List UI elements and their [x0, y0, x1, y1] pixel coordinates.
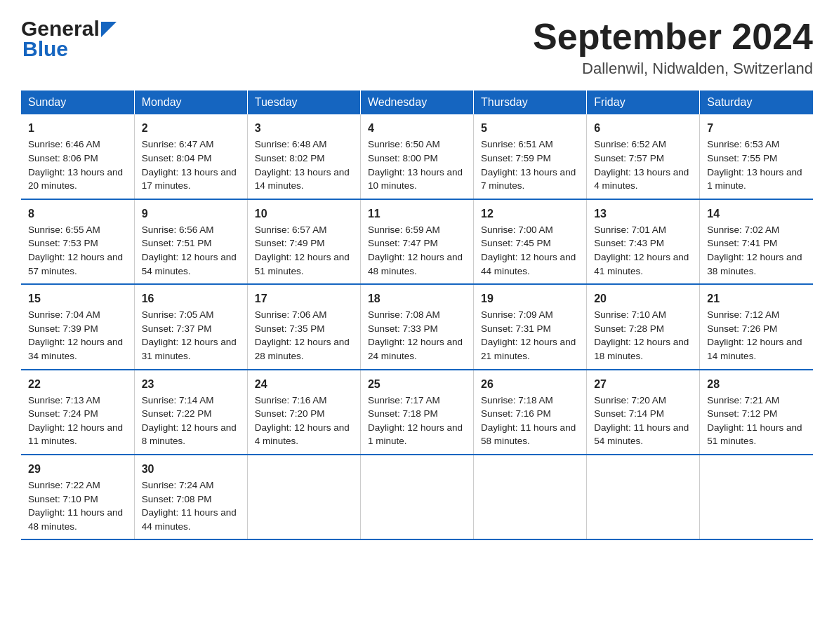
daylight-text: Daylight: 12 hours and 24 minutes.	[368, 337, 463, 361]
day-number: 4	[368, 120, 466, 136]
calendar-cell	[700, 455, 813, 539]
daylight-text: Daylight: 13 hours and 4 minutes.	[594, 167, 689, 192]
day-number: 15	[28, 290, 127, 307]
calendar-title: September 2024	[533, 17, 813, 57]
calendar-cell: 23Sunrise: 7:14 AMSunset: 7:22 PMDayligh…	[134, 370, 247, 455]
day-number: 7	[707, 120, 806, 136]
daylight-text: Daylight: 12 hours and 41 minutes.	[594, 252, 689, 276]
calendar-cell: 9Sunrise: 6:56 AMSunset: 7:51 PMDaylight…	[134, 199, 247, 284]
sunset-text: Sunset: 7:55 PM	[707, 153, 777, 163]
sunrise-text: Sunrise: 7:24 AM	[142, 480, 214, 490]
sunrise-text: Sunrise: 7:14 AM	[142, 395, 214, 405]
sunrise-text: Sunrise: 6:52 AM	[594, 139, 666, 149]
sunrise-text: Sunrise: 7:05 AM	[142, 309, 214, 320]
week-row-4: 22Sunrise: 7:13 AMSunset: 7:24 PMDayligh…	[21, 370, 813, 455]
sunset-text: Sunset: 7:24 PM	[28, 408, 98, 419]
calendar-cell: 1Sunrise: 6:46 AMSunset: 8:06 PMDaylight…	[21, 114, 134, 199]
daylight-text: Daylight: 12 hours and 14 minutes.	[707, 337, 802, 361]
daylight-text: Daylight: 11 hours and 51 minutes.	[707, 422, 802, 447]
weekday-row: Sunday Monday Tuesday Wednesday Thursday…	[21, 90, 813, 114]
day-number: 28	[707, 376, 806, 392]
calendar-subtitle: Dallenwil, Nidwalden, Switzerland	[533, 60, 813, 78]
calendar-table: Sunday Monday Tuesday Wednesday Thursday…	[21, 90, 813, 540]
calendar-cell: 10Sunrise: 6:57 AMSunset: 7:49 PMDayligh…	[247, 199, 360, 284]
daylight-text: Daylight: 12 hours and 1 minute.	[368, 422, 463, 447]
daylight-text: Daylight: 12 hours and 38 minutes.	[707, 252, 802, 276]
calendar-cell: 2Sunrise: 6:47 AMSunset: 8:04 PMDaylight…	[134, 114, 247, 199]
calendar-cell: 3Sunrise: 6:48 AMSunset: 8:02 PMDaylight…	[247, 114, 360, 199]
calendar-cell: 15Sunrise: 7:04 AMSunset: 7:39 PMDayligh…	[21, 284, 134, 369]
sunrise-text: Sunrise: 7:20 AM	[594, 395, 666, 405]
daylight-text: Daylight: 13 hours and 1 minute.	[707, 167, 802, 192]
daylight-text: Daylight: 12 hours and 21 minutes.	[481, 337, 576, 361]
daylight-text: Daylight: 12 hours and 11 minutes.	[28, 422, 123, 447]
day-number: 13	[594, 206, 692, 222]
calendar-cell	[360, 455, 473, 539]
sunset-text: Sunset: 7:14 PM	[594, 408, 664, 419]
sunset-text: Sunset: 7:33 PM	[368, 323, 438, 334]
calendar-cell: 6Sunrise: 6:52 AMSunset: 7:57 PMDaylight…	[587, 114, 700, 199]
calendar-page: General Blue September 2024 Dallenwil, N…	[0, 0, 834, 561]
sunrise-text: Sunrise: 7:04 AM	[28, 309, 100, 320]
sunrise-text: Sunrise: 6:47 AM	[142, 139, 214, 149]
day-number: 22	[28, 376, 127, 392]
calendar-cell	[247, 455, 360, 539]
sunset-text: Sunset: 7:18 PM	[368, 408, 438, 419]
calendar-cell: 27Sunrise: 7:20 AMSunset: 7:14 PMDayligh…	[587, 370, 700, 455]
sunset-text: Sunset: 8:04 PM	[142, 153, 212, 163]
day-number: 23	[142, 376, 240, 392]
sunrise-text: Sunrise: 7:02 AM	[707, 224, 779, 235]
daylight-text: Daylight: 12 hours and 54 minutes.	[142, 252, 237, 276]
day-number: 27	[594, 376, 692, 392]
sunset-text: Sunset: 7:20 PM	[255, 408, 325, 419]
day-number: 25	[368, 376, 466, 392]
daylight-text: Daylight: 11 hours and 58 minutes.	[481, 422, 576, 447]
day-number: 24	[255, 376, 353, 392]
sunset-text: Sunset: 7:51 PM	[142, 238, 212, 248]
calendar-cell: 28Sunrise: 7:21 AMSunset: 7:12 PMDayligh…	[700, 370, 813, 455]
sunrise-text: Sunrise: 6:46 AM	[28, 139, 100, 149]
sunset-text: Sunset: 8:02 PM	[255, 153, 325, 163]
week-row-3: 15Sunrise: 7:04 AMSunset: 7:39 PMDayligh…	[21, 284, 813, 369]
sunset-text: Sunset: 7:35 PM	[255, 323, 325, 334]
calendar-cell: 14Sunrise: 7:02 AMSunset: 7:41 PMDayligh…	[700, 199, 813, 284]
sunset-text: Sunset: 7:59 PM	[481, 153, 551, 163]
sunset-text: Sunset: 7:41 PM	[707, 238, 777, 248]
col-tuesday: Tuesday	[247, 90, 360, 114]
calendar-cell: 25Sunrise: 7:17 AMSunset: 7:18 PMDayligh…	[360, 370, 473, 455]
col-wednesday: Wednesday	[360, 90, 473, 114]
sunset-text: Sunset: 7:08 PM	[142, 494, 212, 504]
sunset-text: Sunset: 7:37 PM	[142, 323, 212, 334]
col-sunday: Sunday	[21, 90, 134, 114]
logo: General Blue	[21, 17, 117, 60]
sunrise-text: Sunrise: 7:12 AM	[707, 309, 779, 320]
calendar-header: Sunday Monday Tuesday Wednesday Thursday…	[21, 90, 813, 114]
calendar-cell: 19Sunrise: 7:09 AMSunset: 7:31 PMDayligh…	[474, 284, 587, 369]
day-number: 19	[481, 290, 579, 307]
calendar-cell: 13Sunrise: 7:01 AMSunset: 7:43 PMDayligh…	[587, 199, 700, 284]
sunset-text: Sunset: 7:57 PM	[594, 153, 664, 163]
daylight-text: Daylight: 13 hours and 20 minutes.	[28, 167, 123, 192]
calendar-cell	[587, 455, 700, 539]
sunrise-text: Sunrise: 7:10 AM	[594, 309, 666, 320]
sunrise-text: Sunrise: 7:00 AM	[481, 224, 553, 235]
sunrise-text: Sunrise: 7:13 AM	[28, 395, 100, 405]
day-number: 20	[594, 290, 692, 307]
daylight-text: Daylight: 12 hours and 28 minutes.	[255, 337, 350, 361]
week-row-5: 29Sunrise: 7:22 AMSunset: 7:10 PMDayligh…	[21, 455, 813, 539]
day-number: 2	[142, 120, 240, 136]
daylight-text: Daylight: 12 hours and 44 minutes.	[481, 252, 576, 276]
day-number: 12	[481, 206, 579, 222]
day-number: 14	[707, 206, 806, 222]
week-row-2: 8Sunrise: 6:55 AMSunset: 7:53 PMDaylight…	[21, 199, 813, 284]
daylight-text: Daylight: 11 hours and 48 minutes.	[28, 507, 123, 532]
sunset-text: Sunset: 7:43 PM	[594, 238, 664, 248]
sunset-text: Sunset: 7:22 PM	[142, 408, 212, 419]
col-saturday: Saturday	[700, 90, 813, 114]
day-number: 1	[28, 120, 127, 136]
sunset-text: Sunset: 8:00 PM	[368, 153, 438, 163]
calendar-cell: 8Sunrise: 6:55 AMSunset: 7:53 PMDaylight…	[21, 199, 134, 284]
day-number: 6	[594, 120, 692, 136]
sunset-text: Sunset: 7:31 PM	[481, 323, 551, 334]
calendar-cell: 5Sunrise: 6:51 AMSunset: 7:59 PMDaylight…	[474, 114, 587, 199]
